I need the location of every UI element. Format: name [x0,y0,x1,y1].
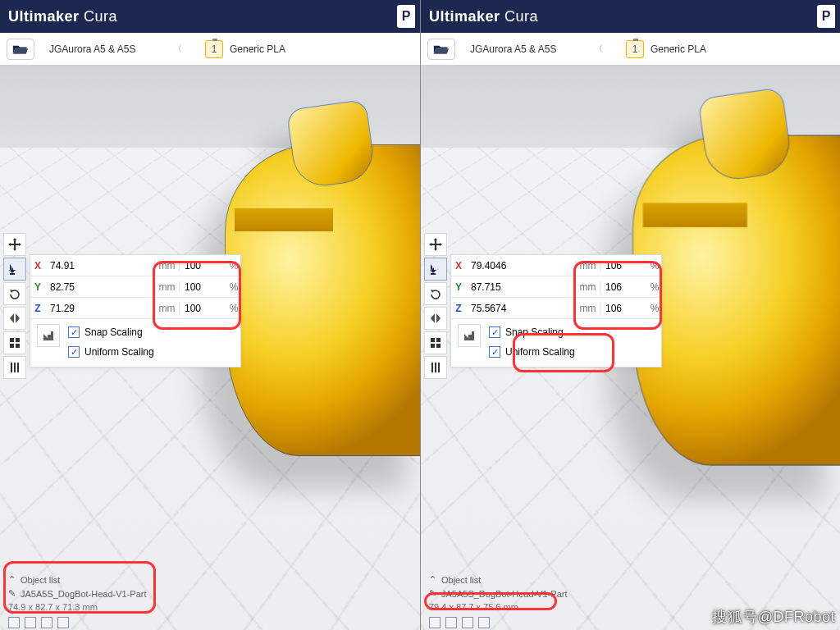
sub-toolbar: JGAurora A5 & A5S 〈 1 Generic PLA [421,33,840,66]
material-name: Generic PLA [651,43,706,55]
object-list-title: Object list [21,575,60,585]
scale-x-mm-input[interactable]: 79.4046 [466,260,576,272]
axis-x-label: X [30,260,45,272]
view-mode-4[interactable] [478,617,490,628]
tool-mirror[interactable] [424,307,447,330]
app-header: Ultimaker Cura P [0,0,420,33]
open-file-button[interactable] [427,39,455,60]
axis-y-label: Y [451,281,466,293]
folder-open-icon [12,43,29,55]
printer-name: JGAurora A5 & A5S [49,43,135,55]
tool-rotate[interactable] [3,282,26,305]
axis-z-label: Z [451,303,466,314]
object-name[interactable]: JA5A5S_DogBot-Head-V1-Part [21,589,146,599]
scale-y-pct-input[interactable]: 106 [600,281,648,293]
scale-panel: X 74.91 mm 100 % Y 82.75 mm 100 % Z 71.2… [30,254,241,368]
app-brand: Ultimaker Cura [429,8,538,25]
object-dimensions: 79.4 x 87.7 x 75.6 mm [429,602,567,612]
tool-support[interactable] [424,356,447,379]
chevron-up-icon: ⌃ [429,574,436,585]
view-mode-1[interactable] [429,617,441,628]
view-mode-icons [8,617,69,628]
snap-scaling-checkbox[interactable]: ✓Snap Scaling [489,324,575,340]
scale-z-pct-input[interactable]: 100 [180,303,227,314]
tool-mesh[interactable] [424,331,447,354]
scale-x-pct-input[interactable]: 100 [180,260,227,272]
uniform-scaling-checkbox[interactable]: ✓Uniform Scaling [68,344,154,360]
tool-mirror[interactable] [3,307,26,330]
object-list-title: Object list [441,575,481,585]
view-mode-4[interactable] [57,617,69,628]
view-mode-3[interactable] [462,617,473,628]
printer-selector[interactable]: JGAurora A5 & A5S 〈 [463,39,608,60]
object-name[interactable]: JA5A5S_DogBot-Head-V1-Part [441,589,567,599]
checkmark-icon: ✓ [68,346,80,358]
extruder-badge: 1 [626,40,644,58]
scale-reset-button[interactable] [37,324,60,347]
scale-x-pct-input[interactable]: 106 [600,260,648,272]
scale-y-mm-input[interactable]: 87.715 [466,281,576,293]
app-header: Ultimaker Cura P [421,0,840,33]
tool-move[interactable] [424,233,447,256]
extruder-badge: 1 [205,40,223,58]
pencil-icon: ✎ [429,588,436,599]
view-mode-icons [429,617,490,628]
unit-mm: mm [155,260,180,272]
object-dimensions: 74.9 x 82.7 x 71.3 mm [8,602,146,612]
printer-name: JGAurora A5 & A5S [470,43,556,55]
scale-z-mm-input[interactable]: 75.5674 [466,303,576,314]
view-mode-2[interactable] [25,617,36,628]
folder-open-icon [433,43,450,55]
chevron-left-icon: 〈 [594,43,603,55]
tool-strip [424,233,447,379]
checkmark-icon: ✓ [489,346,500,358]
scale-panel: X 79.4046 mm 106 % Y 87.715 mm 106 % Z 7… [450,254,662,368]
tool-mesh[interactable] [3,331,26,354]
tool-move[interactable] [3,233,26,256]
axis-z-label: Z [30,303,45,314]
material-chooser[interactable]: 1 Generic PLA [626,40,706,58]
axis-y-label: Y [30,281,45,293]
scale-y-pct-input[interactable]: 100 [180,281,227,293]
pane-left: Ultimaker Cura P JGAurora A5 & A5S 〈 1 G… [0,0,420,630]
scale-z-mm-input[interactable]: 71.29 [45,303,155,314]
tool-scale[interactable] [3,258,26,281]
scale-z-pct-input[interactable]: 106 [600,303,648,314]
checkmark-icon: ✓ [68,326,80,338]
view-mode-3[interactable] [41,617,52,628]
scale-y-mm-input[interactable]: 82.75 [45,281,155,293]
scale-x-mm-input[interactable]: 74.91 [45,260,155,272]
printer-selector[interactable]: JGAurora A5 & A5S 〈 [43,39,187,60]
app-brand: Ultimaker Cura [8,8,117,25]
chevron-up-icon: ⌃ [8,574,16,585]
unit-pct: % [227,260,240,272]
tool-scale[interactable] [424,258,447,281]
axis-x-label: X [451,260,466,272]
model-preview[interactable] [632,135,840,466]
checkmark-icon: ✓ [489,326,500,338]
material-chooser[interactable]: 1 Generic PLA [205,40,285,58]
object-list[interactable]: ⌃Object list ✎JA5A5S_DogBot-Head-V1-Part… [8,574,146,612]
object-list[interactable]: ⌃Object list ✎JA5A5S_DogBot-Head-V1-Part… [429,574,567,612]
view-mode-2[interactable] [445,617,457,628]
sub-toolbar: JGAurora A5 & A5S 〈 1 Generic PLA [0,33,420,66]
open-file-button[interactable] [7,39,34,60]
pane-right: Ultimaker Cura P JGAurora A5 & A5S 〈 1 G… [420,0,840,630]
material-name: Generic PLA [230,43,285,55]
tool-support[interactable] [3,356,26,379]
tool-strip [3,233,26,379]
header-stage-button[interactable]: P [397,5,415,28]
uniform-scaling-checkbox[interactable]: ✓Uniform Scaling [489,344,575,360]
tool-rotate[interactable] [424,282,447,305]
view-mode-1[interactable] [8,617,20,628]
watermark: 搜狐号@DFRobot [712,607,835,627]
model-preview[interactable] [225,144,420,456]
header-stage-button[interactable]: P [817,5,835,28]
chevron-left-icon: 〈 [173,43,182,55]
snap-scaling-checkbox[interactable]: ✓Snap Scaling [68,324,154,340]
scale-reset-button[interactable] [458,324,481,347]
pencil-icon: ✎ [8,588,16,599]
